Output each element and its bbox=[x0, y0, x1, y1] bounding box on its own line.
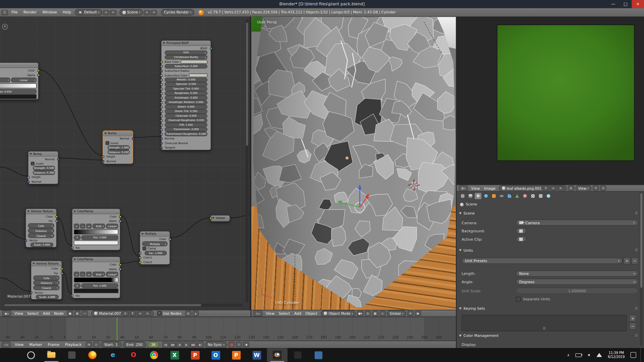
color-output-socket[interactable] bbox=[169, 238, 171, 240]
principled-row[interactable]: Clearcoat: 0.000 bbox=[161, 114, 211, 118]
principled-row[interactable]: Anisotropic Rotation: 0.000 bbox=[161, 100, 211, 105]
fac-input-socket[interactable] bbox=[139, 252, 141, 254]
taskbar-clock[interactable]: 11:39 PM 6/12/2019 bbox=[606, 351, 626, 359]
scale-slider[interactable]: Scale:5.000 bbox=[26, 243, 56, 247]
properties-tab[interactable] bbox=[483, 193, 489, 199]
unlink-icon[interactable]: × bbox=[633, 221, 635, 224]
ramp-flip-button[interactable]: ↔ bbox=[86, 224, 92, 229]
menu-item[interactable]: Image bbox=[482, 185, 498, 192]
principled-row[interactable]: Tangent bbox=[161, 145, 211, 149]
vector-input-socket[interactable] bbox=[30, 291, 32, 294]
input-socket[interactable] bbox=[160, 106, 162, 108]
menu-item[interactable]: View bbox=[12, 310, 25, 317]
editor-type-icon[interactable]: ▣▾ bbox=[2, 310, 11, 316]
transform-orientation-select[interactable]: Global▾ bbox=[387, 310, 406, 317]
panel-units-header[interactable]: ▼Units bbox=[459, 248, 473, 252]
preset-add-button[interactable]: + bbox=[624, 257, 631, 264]
node-title[interactable]: ColorRamp bbox=[72, 257, 120, 262]
layers-widget[interactable]: ▦ bbox=[372, 311, 378, 316]
principled-row[interactable]: Subsurface Radius bbox=[161, 68, 211, 73]
panel-color-management-header[interactable]: ▼Color Management bbox=[459, 334, 499, 338]
principled-row[interactable]: Christensen-Burley bbox=[161, 55, 211, 59]
principled-row[interactable]: Subsurface Color bbox=[161, 73, 211, 77]
taskbar-app[interactable]: W bbox=[247, 348, 267, 362]
material-users-count[interactable]: 2 bbox=[122, 311, 128, 315]
image-snap-icon[interactable]: ✳ bbox=[600, 185, 606, 191]
voronoi-option-select[interactable]: Cells bbox=[31, 276, 62, 281]
properties-tab[interactable] bbox=[529, 193, 536, 199]
properties-tab[interactable] bbox=[545, 193, 552, 199]
image-unlink-button[interactable]: × bbox=[557, 186, 564, 190]
active-clip-field[interactable] bbox=[516, 236, 527, 242]
input-socket[interactable] bbox=[160, 101, 162, 104]
node-colorramp-2[interactable]: ColorRamp Color Alpha + − ↔ RGB Linear 1… bbox=[72, 256, 120, 298]
properties-tab[interactable] bbox=[506, 193, 513, 199]
voronoi-option-select[interactable]: Distance bbox=[31, 280, 62, 285]
editor-type-icon[interactable]: ◷▾ bbox=[2, 342, 11, 348]
input-socket[interactable] bbox=[160, 137, 162, 140]
taskbar-app[interactable] bbox=[0, 348, 20, 362]
normal-output-socket[interactable] bbox=[131, 137, 134, 140]
node-colorramp-partial[interactable]: ColorRamp Color Alpha + − ↔ RGB Linear 1… bbox=[0, 62, 39, 100]
normal-input-socket[interactable] bbox=[27, 180, 29, 183]
input-socket[interactable] bbox=[160, 110, 162, 113]
ramp-color-swatch[interactable] bbox=[0, 95, 37, 99]
pivot-select[interactable]: ◎ bbox=[365, 311, 371, 316]
principled-row[interactable]: Clearcoat Normal bbox=[161, 141, 211, 145]
menu-item[interactable]: Object bbox=[303, 310, 319, 317]
normal-input-socket[interactable] bbox=[102, 160, 104, 162]
principled-row[interactable]: GGX bbox=[161, 51, 211, 55]
node-title[interactable]: Viewer bbox=[211, 216, 229, 221]
background-set-field[interactable] bbox=[516, 228, 527, 234]
taskbar-app[interactable] bbox=[267, 348, 287, 362]
principled-row[interactable]: Transmission: 0.000 bbox=[161, 127, 211, 132]
battery-icon[interactable] bbox=[575, 351, 582, 359]
end-frame-field[interactable]: End:250 bbox=[123, 342, 146, 348]
input-socket[interactable] bbox=[160, 61, 162, 63]
region-expand-button[interactable]: + bbox=[2, 24, 8, 29]
input-socket[interactable] bbox=[160, 70, 162, 72]
length-select[interactable]: None▾ bbox=[516, 270, 638, 277]
preset-remove-button[interactable]: − bbox=[631, 257, 638, 264]
scale-slider[interactable]: Scale:4.980 bbox=[31, 295, 62, 299]
node-title[interactable]: Multiply bbox=[140, 232, 170, 237]
principled-row[interactable]: Anisotropic: 0.000 bbox=[161, 96, 211, 100]
color2-input-socket[interactable] bbox=[139, 261, 141, 263]
properties-editor[interactable]: Scene ▼Scene ☰ Camera: Camera × Backgrou… bbox=[457, 192, 644, 348]
pin-icon[interactable]: ◎ bbox=[185, 311, 191, 316]
play-button[interactable]: ▶ bbox=[183, 342, 190, 348]
panel-keying-sets-header[interactable]: ▼Keying Sets bbox=[459, 307, 485, 311]
ramp-gradient[interactable] bbox=[74, 278, 118, 283]
manipulator-translate-button[interactable]: ✛ bbox=[407, 311, 413, 316]
ramp-interp-select[interactable]: Linear bbox=[106, 224, 118, 229]
action-center-icon[interactable] bbox=[630, 351, 637, 359]
menu-item[interactable]: View bbox=[264, 310, 276, 317]
editor-type-icon[interactable]: ◳▾ bbox=[254, 310, 263, 316]
input-socket[interactable] bbox=[160, 124, 162, 126]
input-socket[interactable] bbox=[160, 65, 162, 67]
menu-item[interactable]: Add bbox=[292, 310, 304, 317]
properties-tab[interactable] bbox=[498, 193, 505, 199]
shader-type-world-button[interactable]: ◐ bbox=[74, 311, 80, 316]
node-editor[interactable]: ColorRamp Color Alpha + − ↔ RGB Linear 1… bbox=[0, 17, 251, 310]
image-add-button[interactable]: + bbox=[550, 186, 556, 190]
ramp-add-button[interactable]: + bbox=[74, 272, 79, 277]
invert-checkbox[interactable]: Invert bbox=[103, 141, 132, 145]
alpha-output-socket[interactable] bbox=[119, 220, 121, 222]
image-datablock[interactable]: leaf albedo.png.001 F + × bbox=[499, 185, 567, 192]
vector-input-socket[interactable] bbox=[24, 239, 27, 241]
node-title[interactable]: Bump bbox=[103, 131, 132, 136]
color-output-socket[interactable] bbox=[119, 263, 121, 266]
network-icon[interactable] bbox=[596, 351, 603, 359]
principled-row[interactable]: Normal bbox=[161, 136, 211, 141]
menu-item[interactable]: Marker bbox=[26, 341, 45, 349]
node-title[interactable]: Bump bbox=[28, 152, 58, 157]
principled-row[interactable]: Specular: 0.500 bbox=[161, 82, 211, 86]
scene-delete-button[interactable]: × bbox=[151, 10, 157, 15]
editor-type-icon[interactable]: ▨▾ bbox=[459, 185, 468, 191]
menu-item[interactable]: Frame bbox=[45, 341, 62, 349]
input-socket[interactable] bbox=[160, 92, 162, 95]
ramp-color-swatch[interactable] bbox=[74, 241, 118, 245]
ramp-interp-select[interactable]: Linear bbox=[106, 272, 118, 277]
input-socket[interactable] bbox=[160, 78, 162, 81]
